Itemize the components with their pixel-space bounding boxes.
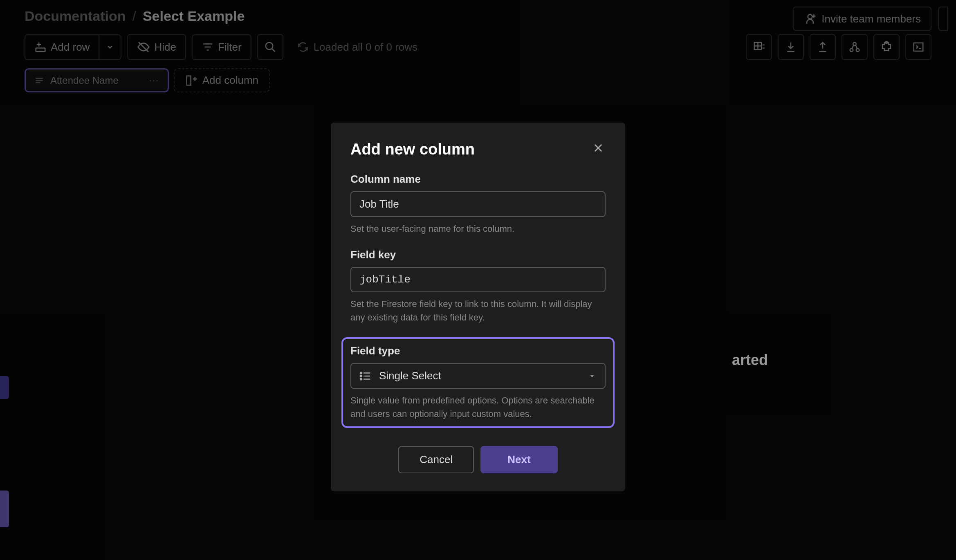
- field-key-help: Set the Firestore field key to link to t…: [350, 297, 606, 324]
- svg-point-11: [360, 372, 362, 374]
- next-button[interactable]: Next: [480, 446, 557, 473]
- field-type-label: Field type: [350, 345, 606, 357]
- chevron-down-icon: [588, 372, 597, 381]
- field-key-input[interactable]: [350, 267, 606, 292]
- field-key-label: Field key: [350, 249, 606, 261]
- close-icon: [592, 142, 604, 154]
- list-icon: [359, 370, 372, 382]
- svg-point-13: [360, 378, 362, 380]
- field-type-value: Single Select: [379, 370, 441, 382]
- modal-close-button[interactable]: [589, 139, 607, 157]
- column-name-help: Set the user-facing name for this column…: [350, 222, 606, 235]
- modal-title: Add new column: [350, 141, 606, 158]
- cancel-button[interactable]: Cancel: [398, 446, 474, 473]
- add-column-modal: Add new column Column name Set the user-…: [331, 123, 625, 491]
- column-name-label: Column name: [350, 173, 606, 186]
- modal-overlay: arted Add new column Column name Set the…: [0, 0, 956, 560]
- column-name-input[interactable]: [350, 191, 606, 217]
- svg-point-12: [360, 375, 362, 377]
- field-type-select[interactable]: Single Select: [350, 363, 606, 389]
- field-type-help: Single value from predefined options. Op…: [350, 394, 606, 421]
- background-hint: arted: [732, 352, 768, 369]
